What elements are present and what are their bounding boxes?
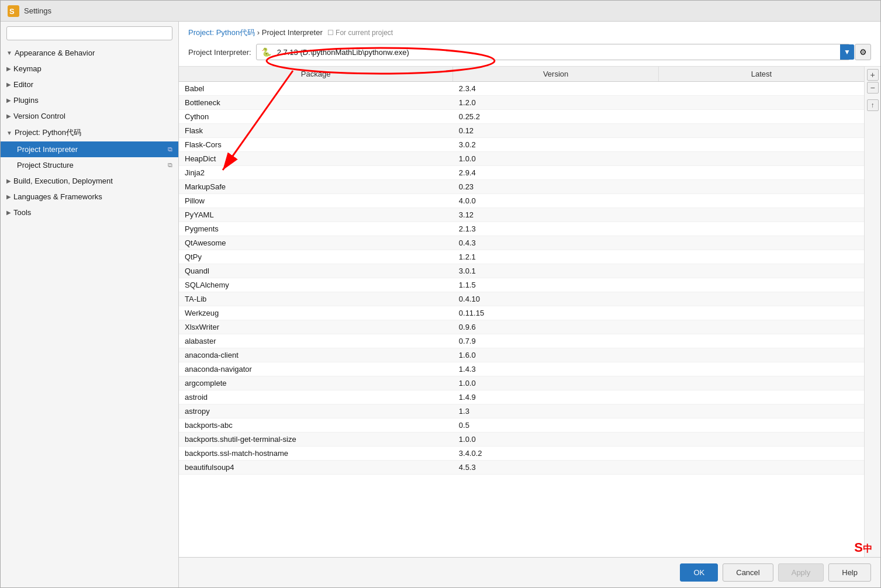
package-name: anaconda-navigator [179,362,453,376]
add-package-button[interactable]: + [867,69,879,81]
table-row[interactable]: beautifulsoup44.5.3 [179,461,864,475]
expand-arrow-appearance: ▼ [6,50,12,56]
package-latest [658,82,864,96]
sidebar-item-plugins[interactable]: ▶Plugins [1,92,178,108]
package-version: 1.1.5 [453,278,659,292]
package-name: anaconda-client [179,348,453,362]
table-row[interactable]: QtPy1.2.1 [179,250,864,264]
package-version: 1.4.9 [453,390,659,404]
table-row[interactable]: Pygments2.1.3 [179,222,864,236]
sidebar-item-build[interactable]: ▶Build, Execution, Deployment [1,173,178,189]
table-row[interactable]: backports.shutil-get-terminal-size1.0.0 [179,433,864,447]
interpreter-label: Project Interpreter: [188,48,251,57]
table-row[interactable]: MarkupSafe0.23 [179,180,864,194]
table-row[interactable]: anaconda-client1.6.0 [179,348,864,362]
table-row[interactable]: Flask-Cors3.0.2 [179,138,864,152]
search-box[interactable] [6,26,172,40]
table-row[interactable]: Jinja22.9.4 [179,166,864,180]
sidebar-label-appearance: Appearance & Behavior [15,49,95,57]
remove-package-button[interactable]: − [867,82,879,94]
package-version: 0.5 [453,418,659,433]
apply-button[interactable]: Apply [778,563,824,582]
package-latest [658,124,864,138]
sidebar-item-tools[interactable]: ▶Tools [1,205,178,220]
package-version: 0.11.15 [453,306,659,320]
sidebar-item-project-interpreter[interactable]: Project Interpreter⧉ [1,141,178,157]
interpreter-dropdown-button[interactable]: ▼ [840,44,854,60]
table-container[interactable]: Package Version Latest Babel2.3.4Bottlen… [179,67,864,557]
package-version: 2.9.4 [453,166,659,180]
sidebar-item-languages[interactable]: ▶Languages & Frameworks [1,189,178,205]
sidebar-item-editor[interactable]: ▶Editor [1,77,178,92]
package-name: Pillow [179,194,453,208]
search-input[interactable] [6,26,172,40]
package-name: Jinja2 [179,166,453,180]
package-version: 0.7.9 [453,334,659,348]
package-latest [658,320,864,334]
interpreter-gear-button[interactable]: ⚙ [855,44,871,60]
package-latest [658,250,864,264]
title-bar: S Settings [1,1,880,22]
package-latest [658,180,864,194]
col-header-version: Version [453,67,659,82]
sidebar-label-languages: Languages & Frameworks [13,192,102,201]
table-row[interactable]: Bottleneck1.2.0 [179,96,864,110]
interpreter-row: Project Interpreter: 🐍 2.7.13 (D:\python… [188,44,871,60]
package-latest [658,236,864,250]
table-row[interactable]: Flask0.12 [179,124,864,138]
table-row[interactable]: Pillow4.0.0 [179,194,864,208]
package-name: QtAwesome [179,236,453,250]
table-row[interactable]: Quandl3.0.1 [179,264,864,278]
package-name: XlsxWriter [179,320,453,334]
package-name: HeapDict [179,152,453,166]
table-row[interactable]: Werkzeug0.11.15 [179,306,864,320]
package-latest [658,278,864,292]
sidebar-item-version-control[interactable]: ▶Version Control [1,108,178,124]
package-version: 2.1.3 [453,222,659,236]
sidebar-item-keymap[interactable]: ▶Keymap [1,61,178,77]
table-row[interactable]: astroid1.4.9 [179,390,864,404]
sidebar-item-project-python[interactable]: ▼Project: Python代码 [1,124,178,141]
window-title: Settings [24,6,51,15]
expand-arrow-languages: ▶ [6,193,11,200]
sidebar-items-container: ▼Appearance & Behavior▶Keymap▶Editor▶Plu… [1,45,178,220]
table-row[interactable]: anaconda-navigator1.4.3 [179,362,864,376]
package-name: argcomplete [179,376,453,390]
cancel-button[interactable]: Cancel [723,563,773,582]
package-latest [658,264,864,278]
table-row[interactable]: astropy1.3 [179,404,864,418]
table-area: Package Version Latest Babel2.3.4Bottlen… [179,67,880,557]
interpreter-select-box: 🐍 2.7.13 (D:\pythonMathLib\pythonw.exe) … [256,44,850,60]
table-row[interactable]: Babel2.3.4 [179,82,864,96]
main-header: Project: Python代码 › Project Interpreter☐… [179,22,880,67]
package-name: SQLAlchemy [179,278,453,292]
package-version: 0.25.2 [453,110,659,124]
package-latest [658,208,864,222]
package-name: Flask [179,124,453,138]
package-latest [658,110,864,124]
package-name: alabaster [179,334,453,348]
sidebar-item-project-structure[interactable]: Project Structure⧉ [1,157,178,173]
sogou-icon: S中 [854,540,872,555]
table-row[interactable]: QtAwesome0.4.3 [179,236,864,250]
package-version: 2.3.4 [453,82,659,96]
table-row[interactable]: Cython0.25.2 [179,110,864,124]
table-row[interactable]: SQLAlchemy1.1.5 [179,278,864,292]
upgrade-package-button[interactable]: ↑ [867,99,879,111]
table-row[interactable]: HeapDict1.0.0 [179,152,864,166]
ok-button[interactable]: OK [680,563,718,582]
table-row[interactable]: alabaster0.7.9 [179,334,864,348]
package-latest [658,433,864,447]
copy-icon-project-interpreter: ⧉ [168,146,172,153]
col-header-latest: Latest [658,67,864,82]
table-row[interactable]: backports.ssl-match-hostname3.4.0.2 [179,447,864,461]
sidebar-label-tools: Tools [13,208,31,217]
expand-arrow-project-python: ▼ [6,130,12,136]
sidebar-item-appearance[interactable]: ▼Appearance & Behavior [1,45,178,61]
table-row[interactable]: XlsxWriter0.9.6 [179,320,864,334]
table-row[interactable]: backports-abc0.5 [179,418,864,433]
table-row[interactable]: TA-Lib0.4.10 [179,292,864,306]
table-row[interactable]: argcomplete1.0.0 [179,376,864,390]
table-row[interactable]: PyYAML3.12 [179,208,864,222]
help-button[interactable]: Help [828,563,871,582]
